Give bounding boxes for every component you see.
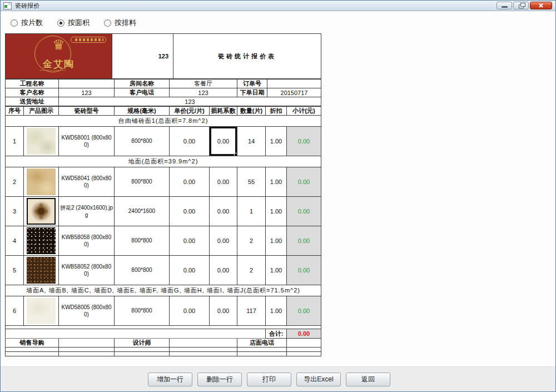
cell-model[interactable]: KWB58052 (800x800) <box>59 256 115 285</box>
mode-radio-0[interactable]: 按片数 <box>11 18 43 28</box>
empty-grid-cell <box>59 352 115 356</box>
export-excel-button[interactable]: 导出Excel <box>296 373 341 386</box>
cell-model[interactable]: KWD58005 (800x800) <box>59 296 115 326</box>
cell-spec[interactable]: 800*800 <box>115 127 170 156</box>
window-title: 瓷砖报价 <box>15 2 39 10</box>
order-no-value[interactable] <box>267 80 321 88</box>
cell-quantity[interactable]: 14 <box>237 127 266 156</box>
print-button[interactable]: 打印 <box>247 373 291 386</box>
table-row: 6KWD58005 (800x800)800*8000.000.001171.0… <box>6 296 321 326</box>
room-name-value[interactable]: 客餐厅 <box>170 80 237 88</box>
customer-phone-label: 客户电话 <box>115 88 170 97</box>
column-header-0: 序号 <box>6 107 24 116</box>
cell-quantity[interactable]: 2 <box>237 226 266 256</box>
table-row: 1KWD58001 (800x800)800*8000.000.00141.00… <box>6 127 321 156</box>
cell-quantity[interactable]: 2 <box>237 256 266 285</box>
cell-product-image[interactable] <box>24 256 59 285</box>
close-button[interactable] <box>530 2 552 9</box>
cell-unit-price[interactable]: 0.00 <box>170 256 210 285</box>
cell-quantity[interactable]: 55 <box>237 167 266 197</box>
section-label: 地面(总面积=39.9m^2) <box>6 156 321 167</box>
product-tile-image <box>27 168 56 195</box>
minimize-button[interactable] <box>497 2 512 9</box>
empty-grid-cell <box>237 352 287 356</box>
cell-loss-factor[interactable]: 0.00 <box>210 226 237 256</box>
order-code[interactable]: 123 <box>112 34 173 79</box>
cell-model[interactable]: KWB58058 (800x800) <box>59 226 115 256</box>
cell-product-image[interactable] <box>24 296 59 326</box>
sales-label: 销售导购 <box>6 339 59 348</box>
cell-product-image[interactable] <box>24 167 59 197</box>
cell-loss-factor[interactable]: 0.00 <box>210 127 237 156</box>
cell-model[interactable]: KWD58041 (800x800) <box>59 167 115 197</box>
cell-subtotal: 0.00 <box>287 296 321 326</box>
project-name-value[interactable] <box>59 80 115 88</box>
cell-quantity[interactable]: 117 <box>237 296 266 326</box>
order-date-value[interactable]: 20150717 <box>267 88 321 97</box>
brand-subline <box>40 70 66 71</box>
brand-name: 金艾陶 <box>6 58 112 71</box>
cell-spec[interactable]: 800*800 <box>115 296 170 326</box>
add-row-button[interactable]: 增加一行 <box>148 373 192 386</box>
cell-unit-price[interactable]: 0.00 <box>170 127 210 156</box>
column-header-3: 规格(毫米) <box>115 107 170 116</box>
cell-loss-factor[interactable]: 0.00 <box>210 256 237 285</box>
cell-unit-price[interactable]: 0.00 <box>170 197 210 226</box>
column-header-8: 小计(元) <box>287 107 321 116</box>
quote-sheet: ♛ 金艾陶 123 瓷砖统计报价表 工程名称 房间名称 <box>5 33 321 356</box>
section-row: 墙面A, 墙面B, 墙面C, 墙面D, 墙面E, 墙面F, 墙面G, 墙面H, … <box>6 285 321 296</box>
cell-spec[interactable]: 800*800 <box>115 167 170 197</box>
product-tile-image <box>27 227 56 254</box>
order-date-label: 下单日期 <box>237 88 267 97</box>
cell-unit-price[interactable]: 0.00 <box>170 167 210 197</box>
sales-value[interactable] <box>59 339 115 348</box>
cell-spec[interactable]: 800*800 <box>115 226 170 256</box>
restore-button[interactable] <box>513 2 529 9</box>
cell-product-image[interactable] <box>24 226 59 256</box>
cell-subtotal: 0.00 <box>287 226 321 256</box>
store-phone-value[interactable] <box>287 339 321 348</box>
cell-product-image[interactable] <box>24 197 59 226</box>
cell-discount[interactable]: 1.00 <box>266 226 287 256</box>
delivery-address-value[interactable]: 123 <box>59 97 321 106</box>
cell-discount[interactable]: 1.00 <box>266 296 287 326</box>
cell-serial: 5 <box>6 256 24 285</box>
customer-name-value[interactable]: 123 <box>59 88 115 97</box>
product-tile-image <box>27 257 56 284</box>
designer-value[interactable] <box>170 339 237 348</box>
cell-loss-factor[interactable]: 0.00 <box>210 197 237 226</box>
empty-grid-row <box>6 352 321 356</box>
sheet-title-table: ♛ 金艾陶 123 瓷砖统计报价表 <box>5 33 321 79</box>
cell-product-image[interactable] <box>24 127 59 156</box>
cell-spec[interactable]: 2400*1600 <box>115 197 170 226</box>
cell-discount[interactable]: 1.00 <box>266 167 287 197</box>
column-header-row: 序号产品图示瓷砖型号规格(毫米)单价(元/片)损耗系数数量(片)折扣小计(元) <box>6 107 321 116</box>
cell-discount[interactable]: 1.00 <box>266 127 287 156</box>
cell-serial: 2 <box>6 167 24 197</box>
cell-unit-price[interactable]: 0.00 <box>170 226 210 256</box>
mode-radio-label: 按片数 <box>21 18 43 28</box>
cell-subtotal: 0.00 <box>287 127 321 156</box>
mode-radio-1[interactable]: 按面积 <box>57 18 90 28</box>
back-button[interactable]: 返回 <box>346 373 390 386</box>
empty-grid-row <box>6 348 321 352</box>
product-tile-image <box>27 297 56 324</box>
cell-loss-factor[interactable]: 0.00 <box>210 296 237 326</box>
delete-row-button[interactable]: 删除一行 <box>197 373 242 386</box>
total-label: 合计: <box>266 329 287 339</box>
cell-model[interactable]: KWD58001 (800x800) <box>59 127 115 156</box>
cell-loss-factor[interactable]: 0.00 <box>210 167 237 197</box>
minimize-icon <box>502 6 508 8</box>
cell-quantity[interactable]: 1 <box>237 197 266 226</box>
cell-discount[interactable]: 1.00 <box>266 197 287 226</box>
table-row: 5KWB58052 (800x800)800*8000.000.0021.000… <box>6 256 321 285</box>
mode-radio-2[interactable]: 按排料 <box>104 18 136 28</box>
cell-unit-price[interactable]: 0.00 <box>170 296 210 326</box>
close-icon <box>530 2 552 9</box>
cell-model[interactable]: 拼花2 (2400x1600).jpg <box>59 197 115 226</box>
cell-discount[interactable]: 1.00 <box>266 256 287 285</box>
customer-phone-value[interactable]: 123 <box>170 88 237 97</box>
restore-icon <box>519 4 524 8</box>
cell-spec[interactable]: 800*800 <box>115 256 170 285</box>
logo-cell: ♛ 金艾陶 <box>6 34 112 79</box>
